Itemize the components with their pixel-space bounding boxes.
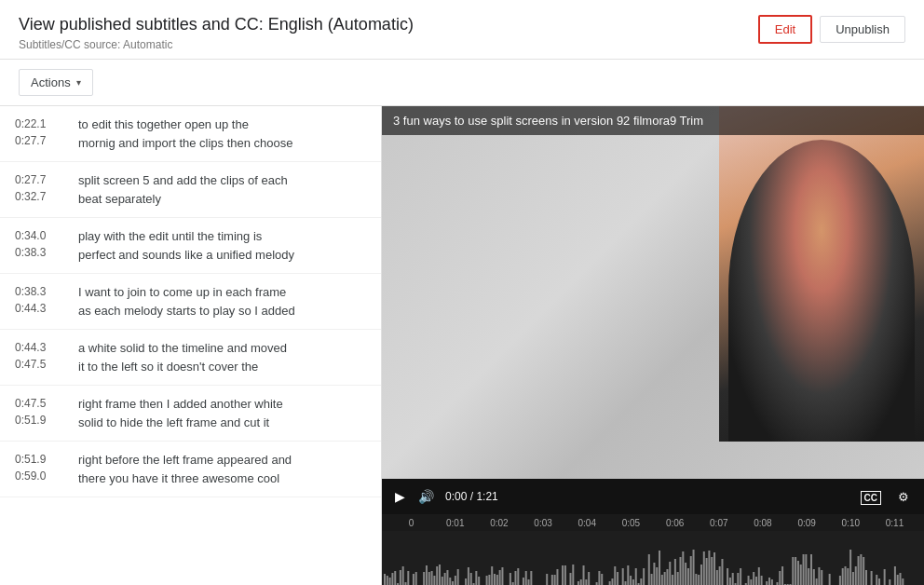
svg-rect-177 <box>847 568 849 585</box>
svg-rect-40 <box>488 575 490 585</box>
subtitle-row: 0:22.10:27.7to edit this together open u… <box>0 106 381 162</box>
svg-rect-22 <box>442 577 443 585</box>
svg-rect-115 <box>685 563 686 585</box>
svg-rect-178 <box>849 550 851 585</box>
subtitle-row: 0:47.50:51.9right frame then I added ano… <box>0 386 381 442</box>
svg-rect-0 <box>384 574 386 585</box>
edit-button[interactable]: Edit <box>758 15 812 44</box>
svg-rect-28 <box>457 569 459 585</box>
svg-rect-125 <box>711 557 713 585</box>
svg-rect-157 <box>795 557 796 585</box>
time-end: 0:59.0 <box>15 468 63 484</box>
svg-rect-65 <box>554 575 556 585</box>
svg-rect-117 <box>690 556 692 585</box>
svg-rect-147 <box>768 578 770 585</box>
svg-rect-25 <box>449 578 451 585</box>
svg-rect-21 <box>439 565 441 585</box>
svg-rect-156 <box>792 557 794 585</box>
time-end: 0:44.3 <box>15 300 63 317</box>
time-col: 0:34.00:38.3 <box>15 227 63 264</box>
settings-button[interactable]: ⚙ <box>894 488 913 506</box>
svg-rect-23 <box>444 573 446 585</box>
svg-rect-164 <box>813 569 815 585</box>
time-display: 0:00 / 1:21 <box>445 490 498 503</box>
svg-rect-136 <box>740 568 741 585</box>
svg-rect-144 <box>761 576 763 585</box>
svg-rect-107 <box>664 572 666 585</box>
volume-icon: 🔊 <box>418 489 434 504</box>
svg-rect-146 <box>766 581 768 585</box>
svg-rect-48 <box>510 573 511 585</box>
play-button[interactable]: ▶ <box>393 487 407 506</box>
svg-rect-4 <box>394 571 396 585</box>
svg-rect-87 <box>611 578 613 585</box>
time-total: 1:21 <box>476 490 497 503</box>
svg-rect-3 <box>391 573 393 585</box>
subtitle-text: I want to join to come up in each framea… <box>78 283 366 320</box>
svg-rect-45 <box>501 567 503 585</box>
svg-rect-186 <box>871 571 873 585</box>
time-start: 0:44.3 <box>15 339 63 356</box>
svg-rect-20 <box>436 566 438 585</box>
svg-rect-184 <box>865 570 867 585</box>
ruler-mark: 0:10 <box>829 518 873 528</box>
svg-rect-132 <box>729 578 731 585</box>
svg-rect-129 <box>721 559 723 585</box>
svg-rect-6 <box>400 570 401 585</box>
svg-rect-42 <box>494 574 496 585</box>
svg-rect-83 <box>601 574 603 585</box>
ruler-mark: 0:11 <box>873 518 917 528</box>
svg-rect-27 <box>455 576 456 585</box>
svg-rect-26 <box>452 581 454 585</box>
svg-rect-96 <box>635 568 637 585</box>
subtitle-text: right frame then I added another whiteso… <box>78 395 366 431</box>
svg-rect-99 <box>643 568 645 585</box>
svg-rect-124 <box>708 551 710 585</box>
svg-rect-104 <box>656 567 658 585</box>
svg-rect-195 <box>894 566 896 585</box>
svg-rect-86 <box>609 581 611 585</box>
ruler-mark: 0:02 <box>477 518 521 528</box>
waveform-area: 00:010:020:030:040:050:060:070:080:090:1… <box>382 514 924 585</box>
time-end: 0:51.9 <box>15 412 63 429</box>
time-col: 0:51.90:59.0 <box>15 451 63 487</box>
svg-rect-2 <box>389 578 391 585</box>
actions-button[interactable]: Actions ▾ <box>19 69 93 96</box>
svg-rect-123 <box>706 558 708 585</box>
person-silhouette <box>728 140 915 442</box>
unpublish-button[interactable]: Unpublish <box>820 16 905 43</box>
subtitle-text: play with the edit until the timing ispe… <box>78 227 366 264</box>
page-title: View published subtitles and CC: English… <box>19 15 414 34</box>
header-left: View published subtitles and CC: English… <box>19 15 414 51</box>
volume-button[interactable]: 🔊 <box>416 487 436 506</box>
timeline-ruler: 00:010:020:030:040:050:060:070:080:090:1… <box>382 514 924 531</box>
svg-rect-92 <box>624 581 626 585</box>
svg-rect-111 <box>674 559 676 585</box>
svg-rect-103 <box>653 563 655 585</box>
svg-rect-119 <box>695 574 697 585</box>
svg-rect-91 <box>622 568 624 585</box>
svg-rect-174 <box>839 576 841 585</box>
ruler-mark: 0:05 <box>609 518 653 528</box>
svg-rect-148 <box>771 579 773 585</box>
time-start: 0:22.1 <box>15 116 63 132</box>
svg-rect-12 <box>415 572 417 585</box>
svg-rect-9 <box>407 571 409 585</box>
time-end: 0:27.7 <box>15 132 63 149</box>
waveform-svg <box>382 531 924 585</box>
svg-rect-64 <box>551 575 553 585</box>
svg-rect-77 <box>585 579 587 585</box>
svg-rect-126 <box>713 552 715 585</box>
svg-rect-158 <box>797 561 799 585</box>
svg-rect-142 <box>755 577 757 585</box>
play-icon: ▶ <box>395 489 405 504</box>
svg-rect-44 <box>499 570 501 585</box>
svg-rect-118 <box>693 550 695 585</box>
subtitle-row: 0:27.70:32.7split screen 5 and add the c… <box>0 162 381 218</box>
svg-rect-189 <box>878 578 880 585</box>
svg-rect-127 <box>716 570 718 585</box>
cc-button[interactable]: CC <box>857 488 885 506</box>
svg-rect-113 <box>679 557 681 585</box>
svg-rect-7 <box>402 566 404 585</box>
svg-rect-151 <box>779 571 781 585</box>
